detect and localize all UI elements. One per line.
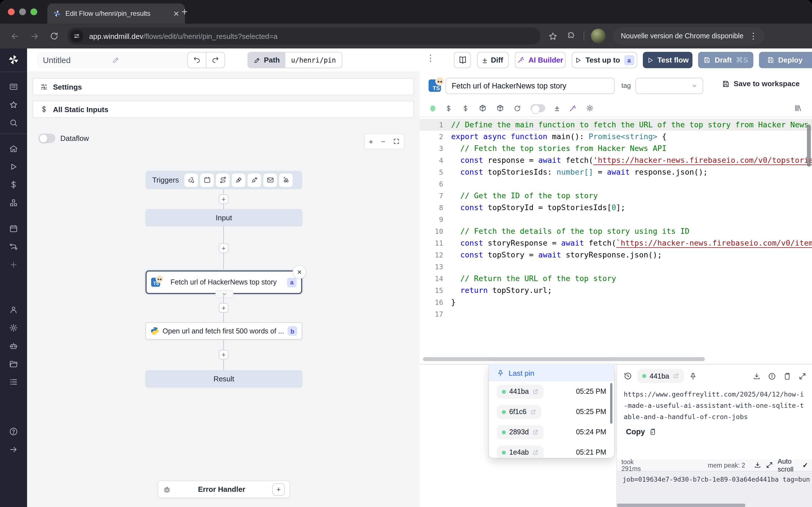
email-trigger-icon[interactable]: [263, 173, 277, 187]
new-tab-button[interactable]: +: [182, 7, 188, 17]
pin-id-pill[interactable]: 6f1c6: [497, 405, 541, 419]
reload-icon[interactable]: [50, 32, 59, 41]
sidebar-item-add[interactable]: [9, 260, 18, 269]
collapse-step-chevron-icon[interactable]: [215, 290, 234, 298]
path-control[interactable]: Path u/henri/pin: [248, 52, 342, 68]
library-icon[interactable]: [794, 104, 802, 112]
remove-step-button[interactable]: ✕: [293, 265, 306, 279]
code-line[interactable]: 15 return topStory.url;: [419, 284, 812, 296]
sidebar-collapse-icon[interactable]: [9, 445, 18, 454]
ai-builder-button[interactable]: AI Builder: [515, 52, 566, 68]
log-output-panel[interactable]: took 291ms mem peak: 2 Auto scroll ✓ job…: [617, 459, 812, 507]
run-id-pill[interactable]: 441ba: [637, 369, 684, 383]
sidebar-item-search[interactable]: [9, 118, 18, 127]
code-line[interactable]: 11 const storyResponse = await fetch(`ht…: [419, 237, 812, 249]
site-settings-icon[interactable]: [70, 29, 84, 43]
external-link-icon[interactable]: [532, 388, 539, 395]
url-bar[interactable]: app.windmill.dev/flows/edit/u/henri/pin_…: [68, 27, 540, 45]
maximize-window-button[interactable]: [31, 8, 37, 15]
diff-icon[interactable]: ±: [555, 104, 559, 113]
code-line[interactable]: 13: [419, 261, 812, 273]
sidebar-item-favorites[interactable]: [9, 100, 18, 109]
editor-vertical-scrollbar[interactable]: [807, 124, 811, 167]
dataflow-toggle[interactable]: [38, 133, 55, 143]
pin-id-pill[interactable]: 441ba: [497, 385, 544, 399]
add-step-button[interactable]: +: [219, 194, 229, 204]
add-step-button[interactable]: +: [219, 303, 229, 313]
back-icon[interactable]: [10, 31, 20, 41]
docs-book-button[interactable]: [454, 52, 471, 68]
pin-item[interactable]: 441ba05:25 PM: [489, 381, 614, 402]
last-pin-option[interactable]: Last pin: [489, 364, 614, 381]
extensions-icon[interactable]: [567, 32, 576, 41]
poll-trigger-icon[interactable]: [279, 173, 293, 187]
external-link-icon[interactable]: [532, 429, 539, 435]
chrome-update-button[interactable]: Nouvelle version de Chrome disponible ⋮: [613, 27, 765, 45]
pin-id-pill[interactable]: 1e4ab: [497, 445, 544, 458]
add-error-handler-button[interactable]: +: [272, 483, 285, 496]
pin-id-pill[interactable]: 2893d: [497, 425, 544, 439]
expand-icon[interactable]: [799, 372, 806, 380]
code-line[interactable]: 2export async function main(): Promise<s…: [419, 131, 812, 143]
package-icon[interactable]: [496, 104, 504, 112]
sidebar-item-logs[interactable]: [9, 378, 18, 386]
code-line[interactable]: 1// Define the main function to fetch th…: [419, 119, 812, 131]
test-flow-button[interactable]: Test flow: [643, 52, 693, 68]
code-line[interactable]: 4 const response = await fetch('https://…: [419, 154, 812, 166]
result-url-text[interactable]: https://www.geoffreylitt.com/2025/04/12/…: [624, 389, 805, 422]
code-line[interactable]: 14 // Return the URL of the top story: [419, 273, 812, 284]
dropdown-scrollbar[interactable]: [610, 383, 612, 424]
editor-toggle[interactable]: [530, 104, 545, 112]
fit-view-icon[interactable]: [389, 138, 404, 145]
browser-tab[interactable]: Edit Flow u/henri/pin_results ✕: [47, 3, 185, 24]
download-logs-icon[interactable]: [754, 461, 761, 469]
input-node[interactable]: Input: [146, 209, 302, 226]
test-up-to-button[interactable]: Test up to a: [572, 52, 637, 68]
schedule-trigger-icon[interactable]: [200, 173, 214, 187]
code-line[interactable]: 3 // Fetch the top stories from Hacker N…: [419, 143, 812, 154]
tag-select[interactable]: [636, 78, 703, 94]
step-name-input[interactable]: [446, 78, 615, 94]
save-to-workspace-button[interactable]: Save to workspace: [722, 79, 800, 88]
editor-settings-gear-icon[interactable]: [586, 104, 594, 112]
zoom-out-button[interactable]: −: [377, 137, 389, 146]
copy-result-button[interactable]: Copy: [626, 428, 805, 436]
chrome-menu-kebab-icon[interactable]: ⋮: [749, 31, 758, 41]
code-line[interactable]: 9: [419, 214, 812, 225]
ai-wand-icon[interactable]: [569, 105, 576, 112]
variables-icon[interactable]: [445, 105, 452, 112]
close-window-button[interactable]: [8, 8, 15, 15]
all-static-inputs-row[interactable]: All Static Inputs: [33, 101, 414, 118]
log-horizontal-scrollbar[interactable]: [617, 504, 746, 507]
minimize-window-button[interactable]: [19, 8, 26, 15]
reload-icon[interactable]: [514, 105, 521, 112]
sidebar-item-triggers[interactable]: [9, 242, 18, 251]
info-icon[interactable]: [768, 372, 776, 380]
auto-scroll-check-icon[interactable]: ✓: [802, 461, 808, 469]
code-line[interactable]: 8 const topStoryId = topStoriesIds[0];: [419, 202, 812, 214]
kafka-trigger-icon[interactable]: [248, 173, 261, 187]
pin-item[interactable]: 2893d05:24 PM: [489, 422, 614, 442]
pin-icon[interactable]: [689, 372, 697, 380]
sidebar-item-account[interactable]: [9, 305, 18, 314]
editor-horizontal-scrollbar[interactable]: [423, 357, 705, 361]
error-handler-node[interactable]: Error Handler +: [158, 481, 290, 498]
forward-icon[interactable]: [30, 31, 40, 41]
expand-logs-icon[interactable]: [766, 461, 773, 469]
sidebar-item-folders[interactable]: [9, 359, 18, 369]
pin-item[interactable]: 6f1c605:25 PM: [489, 402, 614, 422]
code-editor[interactable]: 1// Define the main function to fetch th…: [419, 117, 812, 364]
download-result-icon[interactable]: [753, 372, 761, 380]
pin-item[interactable]: 1e4ab05:21 PM: [489, 442, 614, 458]
websocket-trigger-icon[interactable]: [232, 173, 245, 187]
http-route-trigger-icon[interactable]: [216, 173, 230, 187]
code-line[interactable]: 17: [419, 308, 812, 320]
sidebar-item-settings[interactable]: [9, 323, 18, 332]
flow-step-b-node[interactable]: Open url and fetch first 500 words of ..…: [146, 322, 302, 340]
zoom-in-button[interactable]: +: [365, 137, 377, 146]
add-step-button[interactable]: +: [219, 243, 229, 253]
sidebar-item-help[interactable]: [9, 427, 18, 436]
windmill-logo-icon[interactable]: [7, 54, 20, 66]
profile-avatar[interactable]: [591, 29, 606, 43]
sidebar-item-apps[interactable]: [9, 82, 18, 91]
